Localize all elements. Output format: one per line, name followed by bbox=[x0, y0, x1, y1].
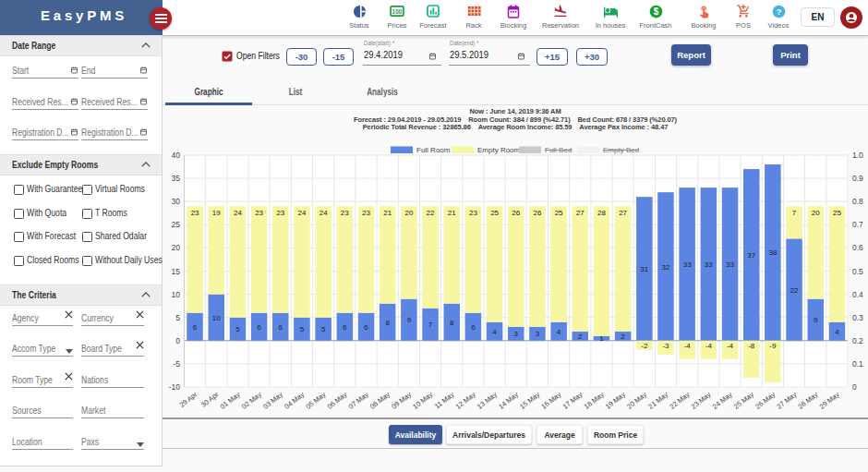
svg-text:0.5: 0.5 bbox=[852, 267, 863, 276]
svg-text:4: 4 bbox=[835, 328, 839, 336]
svg-text:4: 4 bbox=[557, 328, 561, 336]
svg-text:23: 23 bbox=[191, 209, 199, 217]
svg-text:25: 25 bbox=[490, 209, 499, 217]
svg-text:29 May: 29 May bbox=[818, 390, 841, 410]
svg-text:26: 26 bbox=[533, 209, 541, 217]
svg-text:15: 15 bbox=[172, 267, 181, 276]
svg-text:0.4: 0.4 bbox=[852, 290, 863, 299]
svg-text:20: 20 bbox=[404, 209, 413, 217]
svg-text:11 May: 11 May bbox=[433, 390, 456, 410]
svg-text:16 May: 16 May bbox=[539, 390, 562, 410]
svg-text:24 May: 24 May bbox=[711, 390, 734, 410]
svg-text:22 May: 22 May bbox=[668, 390, 691, 410]
svg-text:8: 8 bbox=[385, 319, 390, 327]
svg-text:22: 22 bbox=[427, 209, 435, 217]
svg-text:13 May: 13 May bbox=[476, 390, 499, 410]
svg-text:23 May: 23 May bbox=[690, 390, 713, 410]
svg-text:24: 24 bbox=[298, 209, 307, 217]
svg-text:0.1: 0.1 bbox=[852, 359, 863, 369]
svg-text:4: 4 bbox=[492, 328, 497, 336]
svg-text:6: 6 bbox=[471, 323, 476, 332]
svg-text:23: 23 bbox=[255, 209, 263, 217]
svg-text:0.6: 0.6 bbox=[852, 243, 863, 252]
svg-text:04 May: 04 May bbox=[283, 390, 306, 410]
svg-text:0.7: 0.7 bbox=[852, 220, 863, 229]
svg-text:33: 33 bbox=[726, 260, 734, 269]
svg-text:33: 33 bbox=[705, 260, 713, 269]
svg-text:-4: -4 bbox=[727, 342, 734, 350]
svg-text:37: 37 bbox=[747, 251, 755, 260]
svg-text:23: 23 bbox=[362, 209, 370, 217]
svg-text:-4: -4 bbox=[705, 342, 713, 350]
svg-text:21: 21 bbox=[383, 209, 392, 217]
svg-text:-4: -4 bbox=[684, 342, 692, 350]
svg-text:-2: -2 bbox=[641, 342, 648, 350]
svg-text:9: 9 bbox=[407, 316, 412, 324]
svg-text:3: 3 bbox=[536, 330, 540, 338]
svg-text:03 May: 03 May bbox=[261, 390, 284, 410]
svg-text:24: 24 bbox=[319, 209, 328, 217]
svg-text:12 May: 12 May bbox=[454, 390, 477, 410]
svg-text:17 May: 17 May bbox=[561, 390, 585, 410]
svg-text:14 May: 14 May bbox=[497, 390, 520, 410]
svg-text:35: 35 bbox=[172, 174, 181, 183]
svg-text:10: 10 bbox=[212, 314, 221, 322]
svg-text:-9: -9 bbox=[769, 342, 777, 350]
svg-text:24: 24 bbox=[234, 209, 242, 217]
svg-text:23: 23 bbox=[276, 209, 284, 217]
svg-text:02 May: 02 May bbox=[240, 390, 263, 410]
svg-text:1: 1 bbox=[599, 334, 604, 343]
svg-text:21: 21 bbox=[448, 209, 456, 217]
svg-text:-3: -3 bbox=[662, 342, 669, 350]
svg-text:8: 8 bbox=[450, 319, 454, 327]
svg-text:28: 28 bbox=[597, 209, 606, 217]
svg-text:25: 25 bbox=[833, 209, 841, 217]
svg-text:3: 3 bbox=[514, 330, 519, 338]
svg-text:$: $ bbox=[653, 6, 658, 16]
svg-text:6: 6 bbox=[279, 323, 283, 332]
svg-text:6: 6 bbox=[193, 323, 198, 332]
svg-text:33: 33 bbox=[683, 260, 692, 269]
svg-text:5: 5 bbox=[321, 325, 326, 333]
svg-text:38: 38 bbox=[768, 248, 777, 257]
svg-text:28 May: 28 May bbox=[796, 390, 819, 410]
svg-text:Full Room: Full Room bbox=[416, 146, 451, 154]
svg-text:1.0: 1.0 bbox=[852, 151, 863, 160]
svg-text:20: 20 bbox=[172, 243, 181, 252]
svg-text:08 May: 08 May bbox=[368, 390, 392, 410]
svg-text:Empty Room: Empty Room bbox=[477, 146, 521, 154]
svg-text:09 May: 09 May bbox=[390, 390, 413, 410]
svg-text:25 May: 25 May bbox=[732, 390, 755, 410]
svg-text:6: 6 bbox=[257, 323, 261, 332]
svg-text:7: 7 bbox=[792, 209, 797, 217]
svg-text:-5: -5 bbox=[173, 359, 180, 369]
svg-text:21 May: 21 May bbox=[646, 390, 669, 410]
svg-text:22: 22 bbox=[790, 286, 799, 295]
svg-text:0.9: 0.9 bbox=[852, 174, 863, 183]
svg-text:32: 32 bbox=[662, 263, 670, 272]
svg-text:5: 5 bbox=[235, 325, 240, 333]
svg-text:0.3: 0.3 bbox=[852, 313, 863, 322]
svg-text:29 Apr: 29 Apr bbox=[178, 390, 199, 409]
svg-text:40: 40 bbox=[172, 151, 181, 160]
svg-text:5: 5 bbox=[175, 313, 180, 322]
svg-text:2: 2 bbox=[621, 333, 625, 341]
svg-text:Empty Bed: Empty Bed bbox=[603, 146, 639, 154]
svg-text:25: 25 bbox=[172, 220, 181, 229]
svg-text:30: 30 bbox=[172, 197, 181, 206]
svg-text:19 May: 19 May bbox=[604, 390, 627, 410]
svg-text:27 May: 27 May bbox=[775, 390, 798, 410]
svg-text:26: 26 bbox=[512, 209, 520, 217]
svg-text:?: ? bbox=[776, 6, 781, 16]
svg-text:0.8: 0.8 bbox=[852, 197, 863, 206]
svg-text:20 May: 20 May bbox=[625, 390, 648, 410]
svg-text:26 May: 26 May bbox=[753, 390, 777, 410]
svg-text:05 May: 05 May bbox=[304, 390, 327, 410]
svg-text:10 May: 10 May bbox=[411, 390, 434, 410]
svg-text:27: 27 bbox=[576, 209, 585, 217]
svg-text:07 May: 07 May bbox=[347, 390, 370, 410]
svg-text:0: 0 bbox=[852, 382, 857, 392]
svg-text:-10: -10 bbox=[169, 382, 181, 392]
svg-text:10: 10 bbox=[172, 290, 181, 299]
svg-text:06 May: 06 May bbox=[326, 390, 349, 410]
